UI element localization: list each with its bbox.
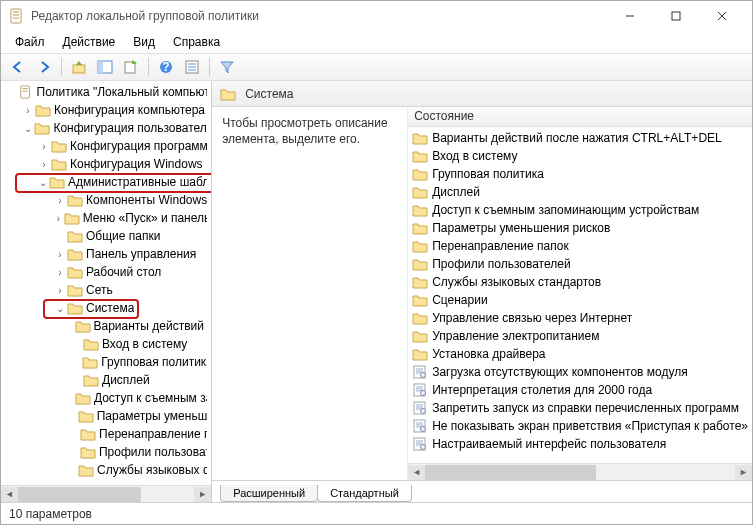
list-folder-item[interactable]: Установка драйвера: [408, 345, 752, 363]
tree-desktop[interactable]: ›Рабочий стол: [1, 263, 211, 281]
tree-computer-config[interactable]: ›Конфигурация компьютера: [1, 101, 211, 119]
right-header: Система: [212, 81, 752, 107]
tree-shared-folders[interactable]: Общие папки: [1, 227, 211, 245]
tree-system-child-4[interactable]: Доступ к съемным запоминающим устройства…: [1, 389, 211, 407]
menubar: Файл Действие Вид Справка: [1, 31, 752, 53]
properties-button[interactable]: [181, 56, 203, 78]
tree-user-config[interactable]: ⌄Конфигурация пользователя: [1, 119, 211, 137]
tree-windows-components[interactable]: ›Компоненты Windows: [1, 191, 211, 209]
svg-rect-8: [73, 65, 85, 73]
list-folder-item[interactable]: Управление электропитанием: [408, 327, 752, 345]
list-folder-item[interactable]: Сценарии: [408, 291, 752, 309]
close-button[interactable]: [699, 2, 744, 30]
tree-system-child-7[interactable]: Профили пользователей: [1, 443, 211, 461]
tree-system-child-6[interactable]: Перенаправление папок: [1, 425, 211, 443]
tree-admin-templates[interactable]: ⌄Административные шаблоны: [1, 173, 211, 191]
item-list: Варианты действий после нажатия CTRL+ALT…: [408, 127, 752, 463]
tree-program-config[interactable]: ›Конфигурация программ: [1, 137, 211, 155]
tree-network[interactable]: ›Сеть: [1, 281, 211, 299]
right-header-label: Система: [245, 87, 293, 101]
list-setting-item[interactable]: Настраиваемый интерфейс пользователя: [408, 435, 752, 453]
help-button[interactable]: ?: [155, 56, 177, 78]
list-folder-item[interactable]: Вход в систему: [408, 147, 752, 165]
column-header-state[interactable]: Состояние: [408, 107, 752, 127]
tree-root[interactable]: Политика "Локальный компьютер": [1, 83, 211, 101]
list-folder-item[interactable]: Дисплей: [408, 183, 752, 201]
menu-file[interactable]: Файл: [7, 33, 53, 51]
list-folder-item[interactable]: Групповая политика: [408, 165, 752, 183]
menu-action[interactable]: Действие: [55, 33, 124, 51]
tree-system-child-8[interactable]: Службы языковых стандартов: [1, 461, 211, 479]
tree-system-child-1[interactable]: Вход в систему: [1, 335, 211, 353]
tree-control-panel[interactable]: ›Панель управления: [1, 245, 211, 263]
tree-panel: Политика "Локальный компьютер"›Конфигура…: [1, 81, 212, 502]
tree-hscrollbar[interactable]: ◄►: [1, 485, 211, 502]
minimize-button[interactable]: [607, 2, 652, 30]
list-setting-item[interactable]: Запретить запуск из справки перечисленны…: [408, 399, 752, 417]
tree-system-child-5[interactable]: Параметры уменьшения рисков: [1, 407, 211, 425]
tree-start-menu[interactable]: ›Меню «Пуск» и панель задач: [1, 209, 211, 227]
tree-system[interactable]: ⌄Система: [1, 299, 211, 317]
tree-system-child-2[interactable]: Групповая политика: [1, 353, 211, 371]
status-bar: 10 параметров: [1, 502, 752, 524]
svg-text:?: ?: [162, 60, 169, 74]
tree-system-child-0[interactable]: Варианты действий после нажатия CTRL+ALT…: [1, 317, 211, 335]
svg-rect-18: [20, 86, 29, 98]
app-icon: [9, 8, 25, 24]
tree-windows-config[interactable]: ›Конфигурация Windows: [1, 155, 211, 173]
list-folder-item[interactable]: Варианты действий после нажатия CTRL+ALT…: [408, 129, 752, 147]
filter-button[interactable]: [216, 56, 238, 78]
menu-help[interactable]: Справка: [165, 33, 228, 51]
svg-point-35: [421, 409, 426, 414]
list-hscrollbar[interactable]: ◄►: [408, 463, 752, 480]
view-tabs: Расширенный Стандартный: [212, 480, 752, 502]
maximize-button[interactable]: [653, 2, 698, 30]
toolbar: ?: [1, 53, 752, 81]
export-button[interactable]: [120, 56, 142, 78]
folder-icon: [220, 87, 236, 101]
menu-view[interactable]: Вид: [125, 33, 163, 51]
back-button[interactable]: [7, 56, 29, 78]
window-title: Редактор локальной групповой политики: [31, 9, 607, 23]
up-button[interactable]: [68, 56, 90, 78]
tab-standard[interactable]: Стандартный: [317, 485, 412, 502]
list-folder-item[interactable]: Параметры уменьшения рисков: [408, 219, 752, 237]
list-setting-item[interactable]: Не показывать экран приветствия «Приступ…: [408, 417, 752, 435]
forward-button[interactable]: [33, 56, 55, 78]
svg-point-45: [421, 445, 426, 450]
svg-rect-0: [11, 9, 21, 23]
list-folder-item[interactable]: Службы языковых стандартов: [408, 273, 752, 291]
tree-system-child-3[interactable]: Дисплей: [1, 371, 211, 389]
svg-point-30: [421, 391, 426, 396]
list-folder-item[interactable]: Профили пользователей: [408, 255, 752, 273]
tab-extended[interactable]: Расширенный: [220, 485, 318, 502]
list-setting-item[interactable]: Интерпретация столетия для 2000 года: [408, 381, 752, 399]
svg-rect-5: [672, 12, 680, 20]
svg-point-40: [421, 427, 426, 432]
titlebar: Редактор локальной групповой политики: [1, 1, 752, 31]
list-folder-item[interactable]: Управление связью через Интернет: [408, 309, 752, 327]
list-folder-item[interactable]: Перенаправление папок: [408, 237, 752, 255]
description-pane: Чтобы просмотреть описание элемента, выд…: [212, 107, 407, 480]
svg-point-25: [421, 373, 426, 378]
svg-rect-10: [98, 61, 103, 73]
list-setting-item[interactable]: Загрузка отсутствующих компонентов модул…: [408, 363, 752, 381]
list-folder-item[interactable]: Доступ к съемным запоминающим устройства…: [408, 201, 752, 219]
show-hide-tree-button[interactable]: [94, 56, 116, 78]
